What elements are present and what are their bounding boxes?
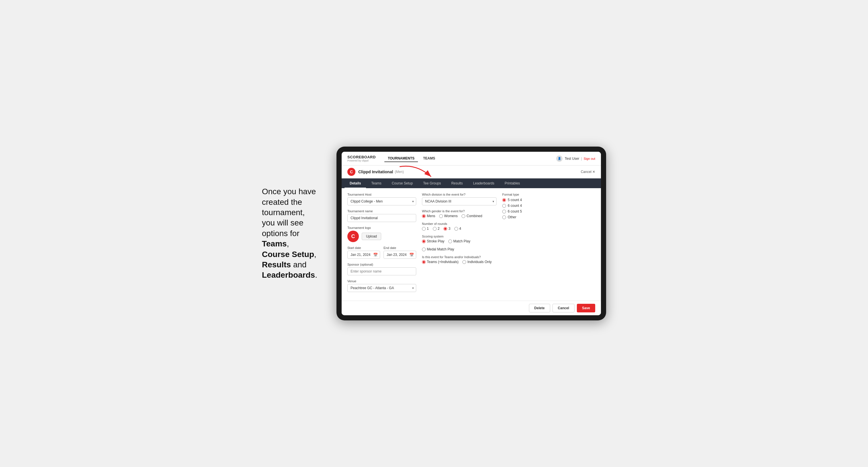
rounds-4-label: 4	[459, 227, 461, 230]
nav-tournaments[interactable]: TOURNAMENTS	[384, 155, 418, 162]
rounds-3-radio[interactable]	[443, 227, 447, 230]
tab-leaderboards[interactable]: Leaderboards	[468, 179, 499, 188]
format-6count4-radio[interactable]	[502, 204, 506, 208]
scoring-medal-option[interactable]: Medal Match Play	[422, 247, 454, 251]
logo-subtitle: Powered by clippd	[347, 159, 376, 162]
format-type-group: Format type 5 count 4 6 count 4 6 count …	[502, 193, 595, 219]
logo-circle: C	[347, 230, 359, 242]
scoring-match-radio[interactable]	[448, 240, 452, 243]
scoring-label: Scoring system	[422, 235, 497, 238]
gender-womens-option[interactable]: Womens	[439, 214, 458, 218]
scoring-match-option[interactable]: Match Play	[448, 239, 470, 243]
start-date-group: Start date 📅	[347, 246, 380, 259]
nav-teams[interactable]: TEAMS	[420, 155, 439, 162]
format-other-radio[interactable]	[502, 215, 506, 219]
logo-title: SCOREBOARD	[347, 155, 376, 159]
team-individuals-option[interactable]: Individuals Only	[462, 260, 492, 264]
format-5count4-option[interactable]: 5 count 4	[502, 198, 595, 202]
gender-combined-option[interactable]: Combined	[462, 214, 482, 218]
scoring-medal-radio[interactable]	[422, 248, 426, 251]
user-name: Test User	[565, 157, 580, 161]
scoring-radio-group: Stroke Play Match Play Medal Match Play	[422, 239, 497, 251]
rounds-group: Number of rounds 1 2	[422, 222, 497, 230]
format-6count5-radio[interactable]	[502, 210, 506, 213]
tab-printables[interactable]: Printables	[499, 179, 525, 188]
scoring-stroke-option[interactable]: Stroke Play	[422, 239, 444, 243]
team-teams-radio[interactable]	[422, 260, 426, 264]
team-individuals-group: Is this event for Teams and/or Individua…	[422, 255, 497, 264]
scoring-match-label: Match Play	[453, 239, 470, 243]
form-middle-column: Which division is the event for? NCAA Di…	[422, 193, 497, 296]
format-other-option[interactable]: Other	[502, 215, 516, 219]
format-other-label: Other	[508, 215, 516, 219]
top-navigation: SCOREBOARD Powered by clippd TOURNAMENTS…	[342, 152, 601, 165]
tournament-name: Clippd Invitational	[358, 169, 393, 174]
form-area: Tournament Host Clippd College - Men Tou…	[342, 188, 601, 301]
team-radio-group: Teams (+Individuals) Individuals Only	[422, 260, 497, 264]
rounds-1-option[interactable]: 1	[422, 227, 429, 230]
tab-teams[interactable]: Teams	[366, 179, 386, 188]
rounds-3-option[interactable]: 3	[443, 227, 451, 230]
rounds-radio-group: 1 2 3 4	[422, 227, 497, 230]
rounds-2-label: 2	[438, 227, 440, 230]
tab-bar: Details Teams Course Setup Tee Groups Re…	[342, 179, 601, 188]
rounds-1-radio[interactable]	[422, 227, 426, 230]
delete-button[interactable]: Delete	[529, 304, 550, 312]
venue-label: Venue	[347, 279, 416, 283]
cancel-header-button[interactable]: Cancel ✕	[581, 170, 595, 174]
division-group: Which division is the event for? NCAA Di…	[422, 193, 497, 206]
rounds-2-option[interactable]: 2	[433, 227, 440, 230]
gender-mens-radio[interactable]	[422, 214, 426, 218]
end-date-label: End date	[383, 246, 416, 250]
team-individuals-label: Individuals Only	[467, 260, 492, 264]
tournament-name-label: Tournament name	[347, 209, 416, 213]
tablet-device: SCOREBOARD Powered by clippd TOURNAMENTS…	[337, 147, 606, 320]
cancel-footer-button[interactable]: Cancel	[553, 304, 575, 312]
sponsor-input-wrapper	[347, 267, 416, 275]
rounds-4-option[interactable]: 4	[454, 227, 461, 230]
rounds-1-label: 1	[427, 227, 429, 230]
team-teams-option[interactable]: Teams (+Individuals)	[422, 260, 458, 264]
start-date-calendar-icon: 📅	[373, 253, 378, 257]
tab-results[interactable]: Results	[446, 179, 468, 188]
sponsor-group: Sponsor (optional)	[347, 263, 416, 275]
sign-out-link[interactable]: Sign out	[584, 157, 595, 160]
save-button[interactable]: Save	[577, 304, 595, 312]
format-5count4-label: 5 count 4	[508, 198, 522, 202]
team-label: Is this event for Teams and/or Individua…	[422, 255, 497, 259]
form-footer: Delete Cancel Save	[342, 301, 601, 315]
gender-label: Which gender is the event for?	[422, 209, 497, 213]
end-date-wrap: 📅	[383, 251, 416, 259]
venue-select-wrapper: Peachtree GC - Atlanta - GA	[347, 284, 416, 292]
upload-button[interactable]: Upload	[362, 232, 381, 240]
gender-combined-radio[interactable]	[462, 214, 465, 218]
logo-area: SCOREBOARD Powered by clippd	[347, 155, 376, 162]
division-select[interactable]: NCAA Division III	[422, 197, 497, 206]
sponsor-input[interactable]	[350, 269, 413, 273]
tournament-host-select[interactable]: Clippd College - Men	[347, 197, 416, 206]
format-6count4-option[interactable]: 6 count 4	[502, 204, 595, 208]
format-5count4-radio[interactable]	[502, 198, 506, 202]
tab-details[interactable]: Details	[344, 179, 366, 188]
format-6count5-option[interactable]: 6 count 5	[502, 209, 595, 213]
format-6count5-label: 6 count 5	[508, 209, 522, 213]
tournament-name-input[interactable]	[350, 216, 413, 220]
nav-links: TOURNAMENTS TEAMS	[384, 155, 556, 162]
rounds-4-radio[interactable]	[454, 227, 458, 230]
user-separator: |	[581, 157, 582, 161]
user-area: 👤 Test User | Sign out	[556, 155, 595, 162]
end-date-group: End date 📅	[383, 246, 416, 259]
venue-group: Venue Peachtree GC - Atlanta - GA	[347, 279, 416, 292]
gender-mens-option[interactable]: Mens	[422, 214, 435, 218]
logo-upload-area: C Upload	[347, 230, 416, 242]
sponsor-label: Sponsor (optional)	[347, 263, 416, 266]
venue-select[interactable]: Peachtree GC - Atlanta - GA	[347, 284, 416, 292]
gender-womens-radio[interactable]	[439, 214, 443, 218]
tournament-name-input-wrapper	[347, 214, 416, 222]
form-right-column: Format type 5 count 4 6 count 4 6 count …	[502, 193, 595, 296]
rounds-2-radio[interactable]	[433, 227, 437, 230]
rounds-3-label: 3	[448, 227, 451, 230]
scoring-stroke-radio[interactable]	[422, 240, 426, 243]
start-date-wrap: 📅	[347, 251, 380, 259]
team-individuals-radio[interactable]	[462, 260, 466, 264]
